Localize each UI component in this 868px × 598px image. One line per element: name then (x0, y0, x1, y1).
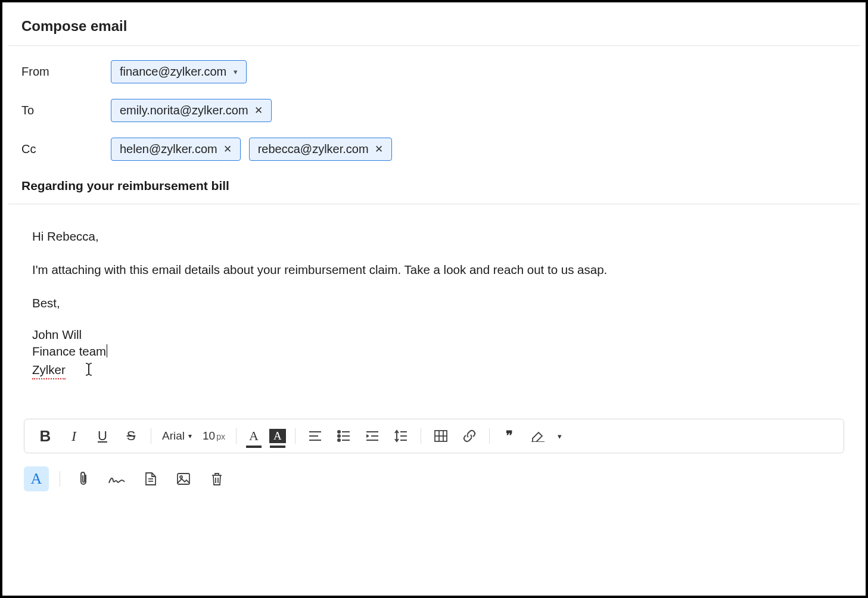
from-chip[interactable]: finance@zylker.com ▾ (111, 60, 247, 83)
chevron-down-icon: ▾ (188, 432, 192, 440)
cc-email-1: rebecca@zylker.com (258, 142, 369, 156)
separator-icon (236, 428, 237, 444)
svg-rect-23 (178, 474, 189, 484)
clear-format-button[interactable] (525, 425, 550, 447)
subject-area: Regarding your reimbursement bill (8, 179, 860, 204)
text-color-button[interactable]: A (244, 426, 264, 446)
subject-text[interactable]: Regarding your reimbursement bill (21, 179, 847, 193)
insert-image-button[interactable] (171, 466, 196, 491)
text-format-toggle[interactable]: A (24, 466, 49, 491)
underline-button[interactable]: U (90, 425, 115, 447)
from-row: From finance@zylker.com ▾ (21, 60, 847, 83)
compose-header: Compose email (8, 2, 860, 46)
from-email: finance@zylker.com (120, 65, 226, 79)
font-size-value: 10 (203, 429, 215, 442)
attach-button[interactable] (71, 466, 96, 491)
list-button[interactable] (331, 425, 356, 447)
cc-row: Cc helen@zylker.com ✕ rebecca@zylker.com… (21, 138, 847, 161)
font-family-label: Arial (162, 429, 185, 443)
svg-point-5 (338, 435, 340, 437)
sig-name: John Will (32, 326, 836, 343)
body-greeting: Hi Rebecca, (32, 227, 836, 246)
strike-button[interactable]: S (119, 425, 144, 447)
chevron-down-icon: ▾ (558, 432, 562, 441)
font-size-select[interactable]: 10px (199, 429, 229, 443)
template-button[interactable] (138, 466, 163, 491)
cc-chip-0[interactable]: helen@zylker.com ✕ (111, 138, 241, 161)
sig-company-text: Zylker (32, 362, 66, 380)
bold-button[interactable]: B (33, 425, 58, 447)
sig-team: Finance team (32, 343, 836, 360)
compose-actions: A (8, 453, 860, 491)
remove-to-0-icon[interactable]: ✕ (254, 104, 263, 117)
cc-chip-1[interactable]: rebecca@zylker.com ✕ (249, 138, 392, 161)
table-button[interactable] (428, 425, 453, 447)
to-row: To emily.norita@zylker.com ✕ (21, 99, 847, 122)
to-chip-0[interactable]: emily.norita@zylker.com ✕ (111, 99, 272, 122)
email-body[interactable]: Hi Rebecca, I'm attaching with this emai… (8, 204, 860, 379)
align-button[interactable] (303, 425, 328, 447)
quote-button[interactable]: ❞ (497, 425, 522, 447)
separator-icon (421, 428, 421, 444)
cc-label: Cc (21, 142, 111, 156)
format-toolbar: B I U S Arial ▾ 10px A A (24, 419, 844, 453)
address-fields: From finance@zylker.com ▾ To emily.norit… (8, 46, 860, 161)
italic-button[interactable]: I (61, 425, 86, 447)
remove-cc-0-icon[interactable]: ✕ (223, 143, 232, 155)
compose-window: Compose email From finance@zylker.com ▾ … (0, 0, 868, 598)
body-p1: I'm attaching with this email details ab… (32, 260, 836, 279)
signature-button[interactable] (104, 466, 129, 491)
link-button[interactable] (457, 425, 482, 447)
sig-company: Zylker (32, 360, 836, 380)
svg-point-24 (180, 476, 182, 478)
separator-icon (489, 428, 490, 444)
to-email-0: emily.norita@zylker.com (120, 104, 248, 117)
text-cursor-icon (85, 362, 93, 376)
from-label: From (21, 65, 111, 79)
highlight-color-button[interactable]: A (267, 426, 288, 446)
separator-icon (295, 428, 295, 444)
body-closing: Best, (32, 294, 836, 313)
chevron-down-icon[interactable]: ▾ (234, 67, 238, 76)
font-size-unit: px (216, 432, 225, 441)
indent-button[interactable] (360, 425, 385, 447)
remove-cc-1-icon[interactable]: ✕ (375, 143, 383, 155)
svg-point-3 (338, 431, 340, 433)
line-height-button[interactable] (388, 425, 413, 447)
more-format-button[interactable]: ▾ (554, 425, 566, 447)
separator-icon (151, 428, 151, 444)
compose-title: Compose email (21, 18, 847, 35)
delete-button[interactable] (204, 466, 229, 491)
to-label: To (21, 104, 111, 117)
text-caret-icon (107, 344, 107, 357)
font-family-select[interactable]: Arial ▾ (158, 429, 195, 443)
svg-point-7 (338, 439, 340, 441)
separator-icon (60, 471, 60, 487)
cc-email-0: helen@zylker.com (120, 142, 217, 156)
